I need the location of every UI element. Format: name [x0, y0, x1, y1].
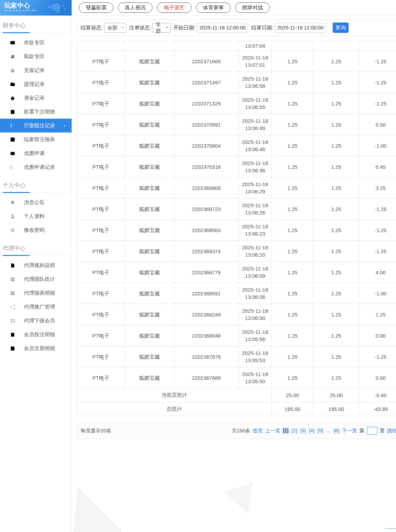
category-tab[interactable]: 电子游艺 [157, 2, 192, 13]
cell-time-line: 13:06:06 [240, 293, 270, 301]
cell-valid: 1.25 [313, 135, 359, 156]
sidebar-item-label: 充值记录 [24, 67, 45, 74]
cell-name: 狐媚宝藏 [125, 367, 174, 388]
cell-time: 2025-11-1813:06:20 [239, 241, 272, 262]
cell-time-line: 13:06:26 [240, 209, 270, 216]
cell-time: 2025-11-1813:06:29 [239, 177, 272, 199]
sidebar-item[interactable]: 取款专区 › [0, 49, 72, 63]
start-date-input[interactable] [197, 23, 248, 33]
table-row: PT电子 狐媚宝藏 2202367689 2025-11-1813:05:50 … [77, 367, 396, 388]
settle-status-value: 全部 [107, 25, 117, 31]
sidebar-menu: 消息公告 › 个人资料 › 修改密码 › [0, 193, 72, 238]
order-status-select[interactable]: 全部 [153, 23, 171, 33]
cell-time: 2025-11-1813:06:06 [239, 283, 272, 304]
cell-time: 2025-11-1813:06:09 [239, 262, 272, 283]
cell-time: 2025-11-1813:05:53 [239, 346, 272, 367]
sidebar-item[interactable]: 个人资料 › [0, 209, 72, 223]
total-count-text: 共150条 [232, 428, 250, 434]
cell-name: 狐媚宝藏 [125, 51, 174, 72]
page-number-link[interactable]: [8] [333, 428, 339, 433]
chevron-right-icon: › [64, 123, 65, 128]
category-tab[interactable]: 雙赢彩票 [79, 2, 113, 13]
page-number-link[interactable]: [2] [291, 428, 297, 433]
page-number-link[interactable]: [5] [317, 428, 323, 433]
cell-time: 2025-11-1813:06:46 [239, 135, 272, 156]
cell-time-line: 13:06:23 [240, 230, 270, 237]
sidebar-item[interactable]: 代理推广管理 › [0, 300, 72, 314]
cell-time: 2025-11-1813:06:58 [239, 72, 272, 93]
page-number-link[interactable]: [4] [308, 428, 315, 433]
end-date-input[interactable] [275, 23, 326, 33]
cell-valid: 1.25 [313, 283, 359, 304]
sidebar-item-label: 优惠申请记录 [24, 164, 55, 171]
cell-time: 2025-11-1813:06:36 [239, 156, 272, 177]
sidebar-item[interactable]: 充值记录 › [0, 63, 72, 77]
table-row: PT电子 狐媚宝藏 2202370804 2025-11-1813:06:46 … [77, 135, 396, 156]
cell-game: PT电子 [77, 177, 125, 199]
sidebar-item[interactable]: 提现记录 › [0, 77, 72, 91]
sidebar-item-label: 厅室投注记录 [24, 122, 55, 129]
cell-time-line: 13:06:46 [240, 146, 270, 153]
settle-status-select[interactable]: 全部 [104, 23, 126, 33]
cell-profit: 0.00 [359, 325, 396, 346]
cell-game: PT电子 [77, 220, 125, 241]
cell-game: PT电子 [77, 135, 125, 156]
report-icon [10, 290, 16, 296]
goto-jump-link[interactable]: 跳转 [387, 428, 396, 434]
cell-date-line: 2025-11-18 [240, 244, 270, 251]
cell-time: 2025-11-1813:06:23 [239, 220, 272, 241]
cell-date-line: 2025-11-18 [240, 54, 270, 61]
cell-valid: 1.25 [313, 346, 359, 367]
category-tab[interactable]: 真人视讯 [118, 2, 153, 13]
cell-game: PT电子 [77, 51, 125, 72]
goto-prefix: 第 [359, 428, 365, 434]
sidebar-item[interactable]: 优惠申请 › [0, 146, 72, 160]
sidebar-section-title: 代理中心 [0, 245, 72, 256]
table-row: PT电子 狐媚宝藏 2202370991 2025-11-1813:06:49 … [77, 114, 396, 135]
goto-page-input[interactable] [367, 427, 377, 434]
cell-name: 狐媚宝藏 [125, 304, 174, 325]
start-date-label: 开始日期: [173, 25, 195, 31]
pagination-bar: 每页显示20条 共150条 首页 上一页 [1] [2] [3] [4] [5]… [77, 422, 396, 439]
cell-bet: 1.25 [272, 72, 313, 93]
sidebar-item[interactable]: 存款专区 › [0, 36, 72, 49]
sidebar-menu: 代理规则说明 › 代理团队统计 › 代理报表明细 › 代理推广管理 › 代理下级… [0, 256, 72, 357]
table-row: PT电子 狐媚宝藏 2202371665 2025-11-1813:07:01 … [77, 51, 396, 72]
category-tab[interactable]: 棋牌对战 [235, 2, 270, 13]
table-row: PT电子 狐媚宝藏 2202368591 2025-11-1813:06:06 … [77, 283, 396, 304]
sidebar-item-label: 代理报表明细 [24, 290, 55, 296]
sidebar-item[interactable]: 代理团队统计 › [0, 272, 72, 286]
first-page-link[interactable]: 首页 [252, 428, 263, 434]
table-row: PT电子 狐媚宝藏 2202368249 2025-11-1813:06:00 … [77, 304, 396, 325]
cell-name: 狐媚宝藏 [125, 283, 174, 304]
category-tab[interactable]: 体育赛事 [196, 2, 231, 13]
cell-name: 狐媚宝藏 [125, 135, 174, 156]
sidebar-section: 个人中心 消息公告 › 个人资料 › 修改密码 › [0, 182, 72, 238]
sidebar-item-label: 玩家投注报表 [24, 136, 55, 143]
sidebar-item[interactable]: 修改密码 › [0, 223, 72, 237]
cell-game: PT电子 [77, 156, 125, 177]
next-page-link[interactable]: 下一页 [342, 428, 357, 434]
sidebar-item[interactable]: 会员投注明细 › [0, 328, 72, 341]
sidebar-item[interactable]: 玩家投注报表 › [0, 132, 72, 146]
sidebar-item[interactable]: 代理规则说明 › [0, 258, 72, 272]
prev-page-link[interactable]: 上一页 [265, 428, 280, 434]
page-number-link[interactable]: [3] [300, 428, 306, 433]
sidebar-item-label: 代理团队统计 [24, 276, 55, 283]
page-stats-valid: 25.00 [313, 388, 359, 402]
sidebar-item[interactable]: 资金记录 › [0, 91, 72, 105]
sidebar-item[interactable]: 代理报表明细 › [0, 286, 72, 300]
sidebar-item[interactable]: 优惠申请记录 › [0, 160, 72, 174]
watermark-triangle [224, 482, 257, 514]
total-stats-valid: 195.00 [313, 402, 359, 416]
sidebar-item[interactable]: 消息公告 › [0, 195, 72, 209]
cell-date-line: 2025-11-18 [240, 370, 270, 378]
sidebar-item[interactable]: 厅室投注记录 › [0, 119, 72, 132]
query-button[interactable]: 查询 [333, 22, 349, 33]
sidebar-item[interactable]: 代理下级会员 › [0, 314, 72, 328]
cell-order: 2202367689 [174, 367, 239, 388]
person-icon [10, 213, 16, 219]
sidebar-item[interactable]: 会员交易明细 › [0, 341, 72, 355]
page-number-link[interactable]: [1] [283, 428, 289, 433]
sidebar-item[interactable]: 彩票下注明细 › [0, 105, 72, 119]
